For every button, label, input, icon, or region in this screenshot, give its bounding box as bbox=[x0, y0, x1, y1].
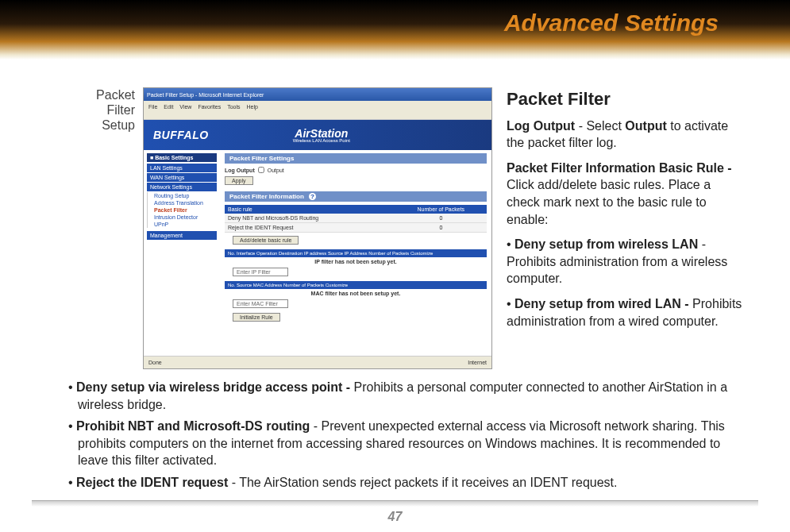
deny-wired-bold: Deny setup from wired LAN - bbox=[514, 297, 692, 310]
screenshot-main: Packet Filter Settings Log Output Output… bbox=[220, 150, 491, 356]
log-output-text: Output bbox=[268, 168, 284, 173]
deny-wireless-paragraph: • Deny setup from wireless LAN - Prohibi… bbox=[507, 236, 742, 287]
sidebar-item-management[interactable]: Management bbox=[147, 231, 217, 240]
initialize-rule-button[interactable]: Initialize Rule bbox=[233, 313, 280, 322]
sidebar-header: ■ Basic Settings bbox=[147, 153, 217, 162]
screenshot-body: ■ Basic Settings LAN Settings WAN Settin… bbox=[144, 150, 491, 356]
page-number: 47 bbox=[0, 510, 790, 524]
status-left: Done bbox=[148, 360, 162, 365]
prohibit-nbt-item: • Prohibit NBT and Microsoft-DS routing … bbox=[54, 418, 736, 469]
row-reject-ident: Reject the IDENT Request bbox=[228, 225, 399, 230]
side-label: Packet Filter Setup bbox=[48, 87, 143, 369]
ip-filter-table-header: No. Interface Operation Destination IP a… bbox=[225, 249, 487, 257]
deny-bridge-item: • Deny setup via wireless bridge access … bbox=[54, 379, 736, 413]
log-output-row: Log Output Output bbox=[225, 167, 487, 173]
log-output-bold1: Log Output bbox=[507, 119, 575, 133]
logo-airstation-sub: Wireless LAN Access Point bbox=[293, 138, 350, 143]
page-footer: 47 bbox=[0, 500, 790, 524]
side-label-l2: Filter bbox=[106, 103, 135, 117]
enter-ip-filter-input[interactable]: Enter IP Filter bbox=[233, 268, 288, 276]
th-basic-rule: Basic rule bbox=[228, 206, 399, 212]
sidebar-sub-routing[interactable]: Routing Setup bbox=[147, 192, 217, 199]
sidebar-sub-intrusion[interactable]: Intrusion Detector bbox=[147, 214, 217, 221]
menu-edit[interactable]: Edit bbox=[164, 104, 173, 110]
deny-wired-paragraph: • Deny setup from wired LAN - Prohibits … bbox=[507, 295, 742, 330]
section-packet-filter-settings: Packet Filter Settings bbox=[225, 153, 487, 164]
add-delete-basic-rule-button[interactable]: Add/delete basic rule bbox=[233, 236, 299, 245]
menu-favorites[interactable]: Favorites bbox=[198, 104, 221, 110]
row-deny-nbt: Deny NBT and Microsoft-DS Routing bbox=[228, 215, 399, 221]
logo-buffalo: BUFFALO bbox=[153, 129, 209, 141]
log-output-t1: - Select bbox=[575, 119, 625, 133]
sidebar-sub-packetfilter[interactable]: Packet Filter bbox=[147, 206, 217, 214]
logo-airstation: AirStation Wireless LAN Access Point bbox=[293, 127, 350, 143]
sidebar-item-wan[interactable]: WAN Settings bbox=[147, 173, 217, 182]
basic-rule-paragraph: Packet Filter Information Basic Rule - C… bbox=[507, 160, 742, 228]
table-row: Reject the IDENT Request 0 bbox=[225, 223, 487, 233]
row-deny-nbt-val: 0 bbox=[399, 215, 484, 221]
right-text-column: Packet Filter Log Output - Select Output… bbox=[492, 87, 742, 369]
menu-help[interactable]: Help bbox=[247, 104, 258, 110]
window-statusbar: Done Internet bbox=[144, 356, 491, 368]
deny-wireless-bold: Deny setup from wireless LAN bbox=[514, 237, 698, 251]
sidebar-item-lan[interactable]: LAN Settings bbox=[147, 164, 217, 172]
table-row: Deny NBT and Microsoft-DS Routing 0 bbox=[225, 214, 487, 223]
header-title: Advanced Settings bbox=[504, 10, 719, 37]
section-packet-filter-info: Packet Filter Information ? bbox=[225, 191, 487, 202]
sidebar-item-network[interactable]: Network Settings bbox=[147, 183, 217, 191]
footer-divider bbox=[32, 500, 758, 507]
status-right: Internet bbox=[468, 360, 487, 365]
reject-ident-item: • Reject the IDENT request - The AirStat… bbox=[54, 474, 736, 492]
screenshot-sidebar: ■ Basic Settings LAN Settings WAN Settin… bbox=[144, 150, 220, 356]
content-area: Packet Filter Setup Packet Filter Setup … bbox=[0, 60, 790, 496]
header-banner: Advanced Settings bbox=[0, 0, 790, 60]
menu-file[interactable]: File bbox=[148, 104, 157, 110]
apply-button[interactable]: Apply bbox=[225, 176, 253, 185]
menu-view[interactable]: View bbox=[179, 104, 191, 110]
bottom-text-block: • Deny setup via wireless bridge access … bbox=[48, 379, 742, 496]
side-label-l1: Packet bbox=[96, 88, 135, 102]
packet-filter-heading: Packet Filter bbox=[507, 87, 742, 111]
side-label-l3: Setup bbox=[102, 118, 135, 132]
enter-mac-filter-input[interactable]: Enter MAC Filter bbox=[233, 299, 288, 308]
section-pfi-text: Packet Filter Information bbox=[229, 193, 304, 200]
product-banner: BUFFALO AirStation Wireless LAN Access P… bbox=[144, 120, 491, 150]
row-reject-ident-val: 0 bbox=[399, 225, 484, 230]
window-toolbar bbox=[144, 112, 491, 120]
basic-rule-bold: Packet Filter Information Basic Rule - bbox=[507, 161, 732, 175]
upper-row: Packet Filter Setup Packet Filter Setup … bbox=[48, 87, 742, 369]
embedded-screenshot: Packet Filter Setup - Microsoft Internet… bbox=[143, 87, 492, 369]
log-output-paragraph: Log Output - Select Output to activate t… bbox=[507, 118, 742, 152]
reject-ident-bold: Reject the IDENT request bbox=[76, 476, 228, 489]
sidebar-sub-address[interactable]: Address Translation bbox=[147, 199, 217, 206]
basic-rule-table-header: Basic rule Number of Packets bbox=[225, 205, 487, 214]
help-icon[interactable]: ? bbox=[309, 193, 316, 200]
mac-filter-empty-note: MAC filter has not been setup yet. bbox=[225, 291, 487, 296]
sidebar-sub-upnp[interactable]: UPnP bbox=[147, 221, 217, 228]
prohibit-nbt-bold: Prohibit NBT and Microsoft-DS routing bbox=[76, 419, 310, 433]
log-output-bold2: Output bbox=[625, 119, 666, 133]
menu-tools[interactable]: Tools bbox=[227, 104, 240, 110]
reject-ident-text: - The AirStation sends reject packets if… bbox=[228, 476, 617, 489]
window-title: Packet Filter Setup - Microsoft Internet… bbox=[147, 92, 264, 98]
log-output-checkbox[interactable] bbox=[258, 167, 264, 173]
basic-rule-text: Click add/delete basic rules. Place a ch… bbox=[507, 178, 711, 226]
log-output-label: Log Output bbox=[225, 168, 255, 173]
th-num-packets: Number of Packets bbox=[399, 206, 484, 212]
deny-bridge-bold: Deny setup via wireless bridge access po… bbox=[76, 380, 353, 394]
ip-filter-empty-note: IP filter has not been setup yet. bbox=[225, 259, 487, 264]
window-menubar: File Edit View Favorites Tools Help bbox=[144, 101, 491, 112]
window-titlebar: Packet Filter Setup - Microsoft Internet… bbox=[144, 88, 491, 101]
mac-filter-table-header: No. Source MAC Address Number of Packets… bbox=[225, 281, 487, 289]
